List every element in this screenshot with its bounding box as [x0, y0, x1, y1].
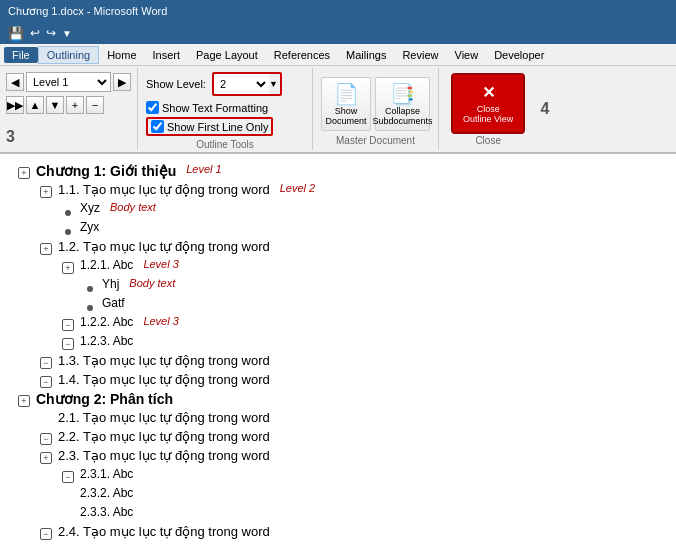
outline-text: Chương 2: Phân tích: [36, 391, 173, 407]
show-text-formatting-label: Show Text Formatting: [162, 102, 268, 114]
level-select[interactable]: Level 1 Level 2: [26, 72, 111, 92]
collapse-subdoc-icon: 📑: [390, 82, 415, 106]
outline-text: 1.2.1. Abc: [80, 258, 133, 272]
qa-redo[interactable]: ↪: [46, 26, 56, 40]
expand-btn[interactable]: +: [66, 96, 84, 114]
outline-item[interactable]: −2.2. Tạo mục lục tự động trong word: [16, 429, 660, 447]
demote-btn[interactable]: ▶: [113, 73, 131, 91]
outline-text: 2.4. Tạo mục lục tự động trong word: [58, 524, 270, 539]
outline-text: Zyx: [80, 220, 99, 234]
plus-icon: +: [38, 184, 54, 200]
outline-item[interactable]: +Chương 1: Giới thiệuLevel 1: [16, 163, 660, 181]
show-text-formatting-checkbox[interactable]: [146, 101, 159, 114]
menu-file[interactable]: File: [4, 47, 38, 63]
collapse-subdocs-btn[interactable]: 📑 CollapseSubdocuments: [375, 77, 430, 131]
minus-icon: −: [38, 374, 54, 390]
minus-icon: −: [60, 317, 76, 333]
outline-item[interactable]: −1.3. Tạo mục lục tự động trong word: [16, 353, 660, 371]
menu-page-layout[interactable]: Page Layout: [188, 47, 266, 63]
num3-badge: 3: [6, 128, 15, 146]
outline-item[interactable]: Zyx: [16, 220, 660, 238]
outline-text: Yhj: [102, 277, 119, 291]
level-tag: Level 1: [186, 163, 221, 175]
plus-icon: +: [16, 393, 32, 409]
outline-item[interactable]: +1.2.1. AbcLevel 3: [16, 258, 660, 276]
menu-view[interactable]: View: [447, 47, 487, 63]
collapse-btn[interactable]: −: [86, 96, 104, 114]
outline-item[interactable]: +Chương 2: Phân tích: [16, 391, 660, 409]
outline-item[interactable]: −1.4. Tạo mục lục tự động trong word: [16, 372, 660, 390]
bullet-icon: [82, 298, 98, 314]
outline-text: 1.2.2. Abc: [80, 315, 133, 329]
outline-item[interactable]: −1.2.2. AbcLevel 3: [16, 315, 660, 333]
outline-tools-label: Outline Tools: [196, 139, 254, 150]
outline-item[interactable]: +1.1. Tạo mục lục tự động trong wordLeve…: [16, 182, 660, 200]
minus-icon: −: [38, 526, 54, 542]
outline-text: 2.2. Tạo mục lục tự động trong word: [58, 429, 270, 444]
menu-outlining[interactable]: Outlining: [38, 46, 99, 64]
outline-item[interactable]: −2.4. Tạo mục lục tự động trong word: [16, 524, 660, 542]
level-tag: Body text: [110, 201, 156, 213]
outline-text: 1.4. Tạo mục lục tự động trong word: [58, 372, 270, 387]
minus-icon: −: [60, 469, 76, 485]
outline-text: 2.3.3. Abc: [80, 505, 133, 519]
title-text: Chương 1.docx - Microsoft Word: [8, 5, 167, 18]
none-icon: [60, 488, 76, 504]
outline-item[interactable]: YhjBody text: [16, 277, 660, 295]
demote-body-btn[interactable]: ▶▶: [6, 96, 24, 114]
outline-item[interactable]: +2.3. Tạo mục lục tự động trong word: [16, 448, 660, 466]
none-icon: [38, 412, 54, 428]
outline-text: 1.2. Tạo mục lục tự động trong word: [58, 239, 270, 254]
outline-text: Gatf: [102, 296, 125, 310]
outline-item[interactable]: 2.1. Tạo mục lục tự động trong word: [16, 410, 660, 428]
menu-insert[interactable]: Insert: [145, 47, 189, 63]
menu-mailings[interactable]: Mailings: [338, 47, 394, 63]
title-bar: Chương 1.docx - Microsoft Word: [0, 0, 676, 22]
close-outline-view-btn[interactable]: ✕ CloseOutline View: [451, 73, 525, 134]
qa-dropdown[interactable]: ▼: [62, 28, 72, 39]
move-down-btn[interactable]: ▼: [46, 96, 64, 114]
none-icon: [60, 507, 76, 523]
outline-item[interactable]: 2.3.3. Abc: [16, 505, 660, 523]
level-tag: Body text: [129, 277, 175, 289]
show-doc-icon: 📄: [334, 82, 359, 106]
qa-undo[interactable]: ↩: [30, 26, 40, 40]
outline-text: 2.3.2. Abc: [80, 486, 133, 500]
plus-icon: +: [38, 450, 54, 466]
outline-text: 2.3. Tạo mục lục tự động trong word: [58, 448, 270, 463]
menu-references[interactable]: References: [266, 47, 338, 63]
outline-text: Chương 1: Giới thiệu: [36, 163, 176, 179]
document-area: +Chương 1: Giới thiệuLevel 1+1.1. Tạo mụ…: [0, 154, 676, 544]
menu-review[interactable]: Review: [394, 47, 446, 63]
bullet-icon: [82, 279, 98, 295]
outline-text: 1.3. Tạo mục lục tự động trong word: [58, 353, 270, 368]
close-group-label: Close: [475, 135, 501, 146]
outline-item[interactable]: XyzBody text: [16, 201, 660, 219]
show-first-line-label: Show First Line Only: [167, 121, 268, 133]
outline-item[interactable]: 2.3.2. Abc: [16, 486, 660, 504]
outline-item[interactable]: −2.3.1. Abc: [16, 467, 660, 485]
show-level-label: Show Level:: [146, 78, 206, 90]
close-outline-label: CloseOutline View: [463, 104, 513, 124]
outline-item[interactable]: −1.2.3. Abc: [16, 334, 660, 352]
level-tag: Level 3: [143, 315, 178, 327]
bullet-icon: [60, 203, 76, 219]
move-up-btn[interactable]: ▲: [26, 96, 44, 114]
master-doc-label: Master Document: [336, 135, 415, 146]
menu-home[interactable]: Home: [99, 47, 144, 63]
show-first-line-checkbox[interactable]: [151, 120, 164, 133]
outline-item[interactable]: +1.2. Tạo mục lục tự động trong word: [16, 239, 660, 257]
plus-icon: +: [60, 260, 76, 276]
menu-developer[interactable]: Developer: [486, 47, 552, 63]
show-doc-label: ShowDocument: [325, 106, 366, 126]
outline-text: 1.2.3. Abc: [80, 334, 133, 348]
show-document-btn[interactable]: 📄 ShowDocument: [321, 77, 371, 131]
level-tag: Level 3: [143, 258, 178, 270]
minus-icon: −: [60, 336, 76, 352]
promote-btn[interactable]: ◀: [6, 73, 24, 91]
minus-icon: −: [38, 355, 54, 371]
show-level-select[interactable]: 2 1 3: [214, 74, 269, 94]
qa-save[interactable]: 💾: [8, 26, 24, 41]
outline-item[interactable]: Gatf: [16, 296, 660, 314]
outline-text: 1.1. Tạo mục lục tự động trong word: [58, 182, 270, 197]
